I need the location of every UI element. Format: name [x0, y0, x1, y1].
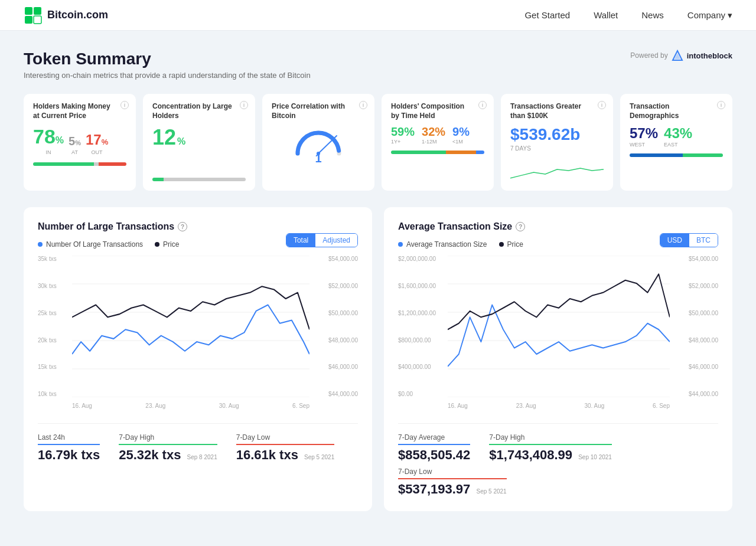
stat-7day-avg-label: 7-Day Average — [398, 433, 470, 445]
chart-right-legend: Average Transaction Size Price — [398, 240, 523, 249]
holders-out-value: 17% — [86, 132, 108, 148]
comp-1y-label: 1Y+ — [391, 139, 415, 145]
card-tx-demographics-title: Transaction Demographics — [630, 102, 723, 120]
chart-panel-right: Average Transaction Size ? Average Trans… — [384, 207, 732, 511]
nav-company[interactable]: Company ▾ — [687, 10, 732, 21]
legend-large-tx: Number Of Large Transactions — [38, 240, 143, 249]
comp-12m-value: 32% — [422, 125, 445, 139]
comp-1m-label: <1M — [452, 139, 470, 145]
chart-right-stats-2: 7-Day Low $537,193.97 Sep 5 2021 — [398, 467, 718, 497]
chart-left-stats: Last 24h 16.79k txs 7-Day High 25.32k tx… — [38, 423, 358, 463]
chart-left-svg — [72, 256, 309, 397]
stat-7day-low-right: 7-Day Low $537,193.97 Sep 5 2021 — [398, 467, 507, 497]
bar-1m — [476, 151, 484, 154]
chart-left-help-icon[interactable]: ? — [178, 222, 187, 231]
svg-line-7 — [318, 136, 337, 153]
logo-text: Bitcoin.com — [47, 9, 108, 21]
chart-left-svg-container — [72, 256, 309, 397]
holders-money-info-icon[interactable]: i — [120, 101, 129, 109]
nav-wallet[interactable]: Wallet — [594, 10, 618, 20]
svg-rect-3 — [25, 16, 32, 24]
chart-left-area: 35k txs 30k txs 25k txs 20k txs 15k txs … — [38, 256, 358, 409]
card-price-correlation-title: Price Correlation with Bitcoin — [272, 102, 365, 120]
page-header: Token Summary Interesting on-chain metri… — [24, 50, 732, 80]
chart-right-svg-container — [448, 256, 670, 397]
card-holders-composition: Holders' Composition by Time Held i 59% … — [382, 94, 494, 191]
stat-last-24h-value: 16.79k txs — [38, 447, 100, 463]
holders-composition-info-icon[interactable]: i — [478, 101, 487, 109]
nav-get-started[interactable]: Get Started — [524, 10, 570, 20]
stat-7day-high-right-label: 7-Day High — [489, 433, 612, 445]
stat-7day-low-left: 7-Day Low 16.61k txs Sep 5 2021 — [236, 433, 335, 463]
chart-right-help-icon[interactable]: ? — [516, 222, 525, 231]
tx-demographics-info-icon[interactable]: i — [717, 101, 725, 109]
toggle-total[interactable]: Total — [286, 234, 315, 247]
chart-left-x-labels: 16. Aug 23. Aug 30. Aug 6. Sep — [72, 403, 309, 409]
transactions-100k-chart — [510, 158, 604, 184]
card-concentration-title: Concentration by Large Holders — [152, 102, 246, 120]
comp-12m: 32% 1-12M — [422, 125, 445, 145]
concentration-info-icon[interactable]: i — [240, 101, 248, 109]
bar-east — [683, 153, 723, 157]
chart-right-x-labels: 16. Aug 23. Aug 30. Aug 6. Sep — [448, 403, 670, 409]
holders-in-value: 78% — [33, 125, 64, 148]
transactions-100k-value: $539.62b — [510, 125, 604, 144]
holders-money-bar — [33, 162, 126, 166]
chart-right-stats: 7-Day Average $858,505.42 7-Day High $1,… — [398, 423, 718, 463]
logo[interactable]: Bitcoin.com — [24, 6, 108, 25]
stat-7day-low-left-value: 16.61k txs Sep 5 2021 — [236, 447, 335, 463]
card-tx-demographics: Transaction Demographics i 57% WEST 43% … — [620, 94, 732, 191]
transactions-100k-info-icon[interactable]: i — [598, 101, 606, 109]
card-transactions-100k: Transactions Greater than $100K i $539.6… — [501, 94, 613, 191]
comp-1y-value: 59% — [391, 125, 415, 139]
bar-conc-gray — [164, 178, 246, 181]
metric-cards-row: Holders Making Money at Current Price i … — [24, 94, 732, 191]
chart-left-y-left: 35k txs 30k txs 25k txs 20k txs 15k txs … — [38, 256, 70, 397]
stat-7day-low-right-label: 7-Day Low — [398, 467, 507, 479]
chart-left-title: Number of Large Transactions ? — [38, 221, 358, 232]
legend-avg-tx: Average Transaction Size — [398, 240, 487, 249]
comp-1y: 59% 1Y+ — [391, 125, 415, 145]
price-correlation-info-icon[interactable]: i — [359, 101, 367, 109]
chart-panels: Number of Large Transactions ? Number Of… — [24, 207, 732, 511]
chart-panel-left: Number of Large Transactions ? Number Of… — [24, 207, 372, 511]
chart-left-toggle: Total Adjusted — [286, 233, 358, 247]
holders-composition-values: 59% 1Y+ 32% 1-12M 9% <1M — [391, 125, 484, 145]
holders-composition-bar — [391, 151, 484, 154]
chart-left-controls: Number Of Large Transactions Price Total… — [38, 232, 358, 249]
toggle-btc[interactable]: BTC — [689, 234, 718, 247]
stat-7day-high-left: 7-Day High 25.32k txs Sep 8 2021 — [119, 433, 217, 463]
toggle-adjusted[interactable]: Adjusted — [315, 234, 357, 247]
holders-at-value: 5% — [69, 135, 81, 148]
comp-1m-value: 9% — [452, 125, 470, 139]
card-transactions-100k-title: Transactions Greater than $100K — [510, 102, 604, 120]
stat-7day-high-left-label: 7-Day High — [119, 433, 217, 445]
svg-rect-4 — [34, 16, 41, 24]
bar-1y — [391, 151, 446, 154]
holders-out-label: OUT — [92, 149, 103, 155]
card-price-correlation: Price Correlation with Bitcoin i 1 — [262, 94, 374, 191]
tx-demographics-values: 57% WEST 43% EAST — [630, 125, 723, 148]
bar-west — [630, 153, 683, 157]
legend-price-right: Price — [499, 240, 523, 249]
stat-7day-avg-value: $858,505.42 — [398, 447, 470, 463]
card-concentration: Concentration by Large Holders i 12% — [143, 94, 255, 191]
nav-news[interactable]: News — [641, 10, 664, 20]
legend-dot-blue-right — [398, 242, 403, 247]
legend-dot-blue — [38, 242, 43, 247]
demo-west-value: 57% — [630, 125, 658, 142]
bar-at — [94, 162, 99, 166]
page-subtitle: Interesting on-chain metrics that provid… — [24, 71, 311, 80]
chart-right-svg — [448, 256, 670, 397]
svg-rect-2 — [34, 7, 41, 15]
demo-east-value: 43% — [664, 125, 692, 142]
toggle-usd[interactable]: USD — [660, 234, 689, 247]
stat-7day-low-left-label: 7-Day Low — [236, 433, 335, 445]
chart-right-y-left: $2,000,000.00 $1,600,000.00 $1,200,000.0… — [398, 256, 445, 397]
powered-by: Powered by intotheblock — [630, 50, 732, 61]
holders-at-label: AT — [71, 149, 78, 155]
chart-right-title: Average Transaction Size ? — [398, 221, 718, 232]
chart-right-area: $2,000,000.00 $1,600,000.00 $1,200,000.0… — [398, 256, 718, 409]
bar-conc-green — [152, 178, 164, 181]
holders-in-label: IN — [46, 149, 51, 155]
